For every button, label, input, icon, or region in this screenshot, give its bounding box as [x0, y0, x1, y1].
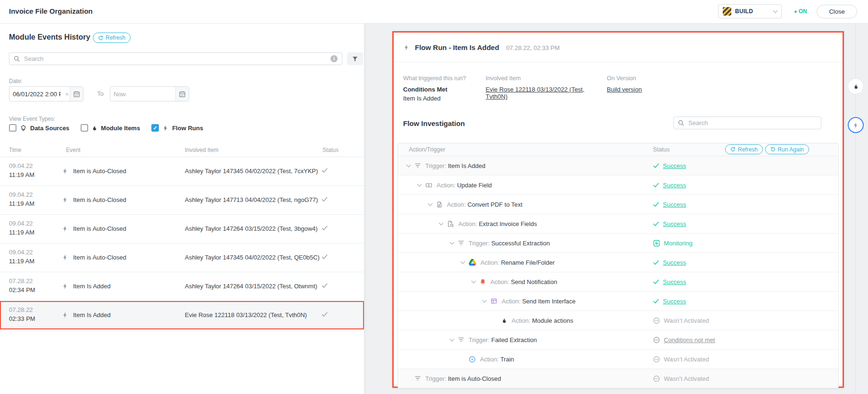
flow-row-status: Success [653, 272, 686, 291]
checkbox-data-sources[interactable] [9, 124, 17, 132]
extract-icon [447, 220, 454, 227]
chevron-down-icon[interactable] [406, 163, 411, 168]
flow-row[interactable]: Action: Extract Invoice Fields Success [398, 214, 838, 234]
status-label[interactable]: Wasn’t Activated [664, 356, 709, 363]
event-time: 11:19 AM [9, 229, 34, 236]
close-button[interactable]: Close [817, 5, 857, 18]
column-involved-item: Involved Item [185, 147, 218, 153]
status-label[interactable]: Success [663, 162, 686, 169]
status-label: ON [799, 8, 807, 15]
flow-row[interactable]: Action: Send Notification Success [398, 272, 838, 292]
rail-module-items-button[interactable] [848, 78, 864, 94]
event-type-data-sources[interactable]: Data Sources [9, 124, 69, 132]
status-label[interactable]: Success [663, 220, 686, 227]
pdf-icon [436, 201, 443, 208]
flow-row[interactable]: Trigger: Item is Auto-Closed Wasn’t Acti… [398, 369, 838, 388]
flow-run-info: What triggered this run? Conditions Met … [403, 75, 833, 102]
chevron-down-icon[interactable] [461, 260, 465, 264]
calendar-button[interactable] [175, 87, 189, 101]
event-type-module-items[interactable]: Module Items [81, 124, 140, 132]
status-label[interactable]: Success [663, 259, 686, 266]
flame-icon [501, 317, 507, 324]
date-from-input[interactable] [9, 91, 64, 98]
status-label[interactable]: Success [663, 298, 686, 305]
flow-run-panel: Flow Run - Item Is Added 07.28.22, 02:33… [392, 31, 844, 388]
table-row[interactable]: 09.04.22 11:19 AM Item is Auto-Closed As… [0, 243, 364, 272]
bolt-icon [162, 125, 169, 132]
check-icon [322, 254, 328, 260]
flow-row[interactable]: Action: Module actions Wasn’t Activated [398, 311, 838, 330]
checkbox-flow-runs[interactable]: ✓ [151, 124, 159, 132]
run-again-button[interactable]: Run Again [765, 144, 809, 154]
info-icon[interactable]: i [331, 55, 338, 62]
refresh-button[interactable]: Refresh [93, 33, 131, 43]
flow-row-label: Action: Send Notification [490, 278, 557, 285]
build-version-link[interactable]: Build version [607, 86, 642, 93]
involved-item-link[interactable]: Evie Rose 122118 03/13/2022 (Test, Tvth0… [486, 86, 584, 100]
flow-row-label: Action: Send Item Interface [502, 298, 576, 305]
flow-run-title: Flow Run - Item Is Added [415, 43, 499, 51]
flow-row[interactable]: Action: Update Field Success [398, 176, 838, 195]
clear-icon[interactable]: × [64, 91, 70, 98]
event-name: Item Is Added [73, 283, 111, 290]
involved-item: Ashley Taylor 147345 04/02/2022 (Test, Q… [185, 254, 320, 261]
bolt-icon [852, 122, 859, 129]
chevron-down-icon[interactable] [450, 337, 455, 342]
flow-row[interactable]: Action: Train Wasn’t Activated [398, 350, 838, 369]
flow-row[interactable]: Action: Convert PDF to Text Success [398, 195, 838, 214]
flow-run-timestamp: 07.28.22, 02:33 PM [506, 43, 560, 51]
bolt-icon [62, 283, 68, 290]
chevron-down-icon[interactable] [439, 221, 444, 226]
events-search: i [9, 52, 342, 65]
chevron-down-icon[interactable] [417, 182, 422, 187]
flow-row[interactable]: Action: Rename File/Folder Success [398, 253, 838, 272]
check-icon [322, 226, 328, 231]
column-event: Event [66, 147, 81, 153]
events-table-header: Time Event Involved Item Status [0, 145, 364, 157]
event-name: Item is Auto-Closed [73, 168, 126, 175]
chevron-down-icon[interactable] [471, 279, 476, 284]
date-to-input[interactable] [110, 91, 175, 98]
triggered-label: What triggered this run? [403, 75, 486, 82]
flow-row[interactable]: Trigger: Failed Extraction Conditions no… [398, 330, 838, 350]
check-icon [653, 183, 659, 188]
events-search-input[interactable] [23, 55, 327, 63]
bolt-icon [62, 254, 68, 261]
check-icon [653, 221, 659, 226]
table-row[interactable]: 07.28.22 02:33 PM Item Is Added Evie Ros… [0, 301, 364, 330]
chevron-down-icon[interactable] [428, 201, 433, 206]
investigation-search-input[interactable] [687, 119, 817, 127]
status-label[interactable]: Wasn’t Activated [664, 375, 709, 382]
calendar-button[interactable] [70, 87, 83, 101]
table-row[interactable]: 09.04.22 11:19 AM Item is Auto-Closed As… [0, 157, 364, 186]
chevron-down-icon[interactable] [482, 298, 487, 303]
flow-row-label: Trigger: Item Is Added [425, 162, 485, 169]
flow-row[interactable]: Trigger: Successful Extraction Monitorin… [398, 234, 838, 253]
event-type-flow-runs[interactable]: ✓Flow Runs [151, 124, 203, 132]
status-label[interactable]: Wasn’t Activated [664, 317, 709, 324]
event-time: 11:19 AM [9, 258, 34, 265]
status-label[interactable]: Success [663, 182, 686, 189]
table-row[interactable]: 07.28.22 02:34 PM Item Is Added Ashley T… [0, 272, 364, 301]
mode-dropdown[interactable]: BUILD [718, 4, 782, 18]
filter-button[interactable] [347, 52, 363, 65]
status-label[interactable]: Success [663, 278, 686, 285]
status-label[interactable]: Conditions not met [664, 336, 715, 344]
rail-flow-runs-button[interactable] [848, 117, 864, 133]
refresh-icon [98, 35, 103, 41]
checkbox-module-items[interactable] [81, 124, 88, 132]
flow-row-label: Action: Module actions [512, 317, 573, 324]
table-row[interactable]: 09.04.22 11:19 AM Item is Auto-Closed As… [0, 215, 364, 243]
flow-row[interactable]: Trigger: Item Is Added Success [398, 156, 838, 176]
table-row[interactable]: 09.04.22 11:19 AM Item is Auto-Closed As… [0, 186, 364, 215]
train-icon [469, 356, 476, 363]
view-event-types-label: View Event Types: [9, 116, 55, 122]
column-status: Status [322, 147, 339, 153]
status-label[interactable]: Success [663, 201, 686, 208]
chevron-down-icon[interactable] [450, 240, 455, 245]
event-date: 09.04.22 [9, 191, 33, 198]
status-label[interactable]: Monitoring [664, 240, 693, 247]
investigation-refresh-button[interactable]: Refresh [725, 144, 763, 154]
flow-row[interactable]: Action: Send Item Interface Success [398, 292, 838, 311]
search-icon [678, 120, 684, 126]
